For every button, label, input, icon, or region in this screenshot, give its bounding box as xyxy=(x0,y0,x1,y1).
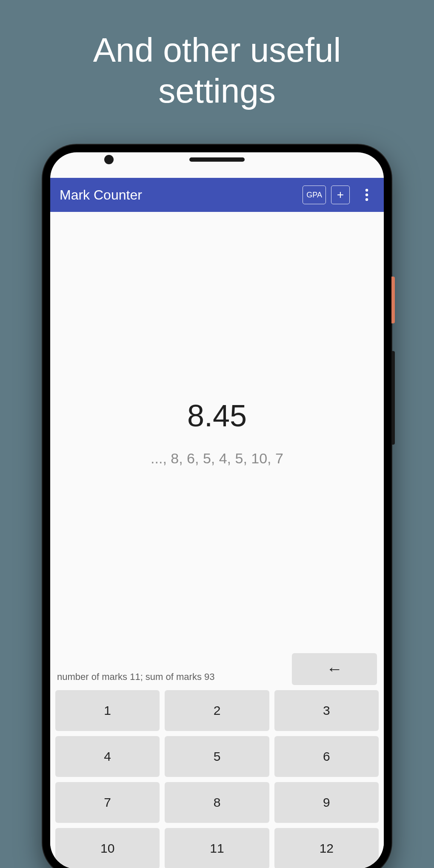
promo-line2: settings xyxy=(158,72,276,110)
key-8[interactable]: 8 xyxy=(165,782,269,823)
phone-frame: Mark Counter GPA + 8.45 xyxy=(43,145,391,868)
svg-point-2 xyxy=(365,198,368,201)
power-button-icon xyxy=(391,277,395,323)
backspace-icon: ← xyxy=(326,660,343,678)
average-value: 8.45 xyxy=(187,398,247,433)
plus-icon: + xyxy=(337,189,344,201)
display-area: 8.45 ..., 8, 6, 5, 4, 5, 10, 7 xyxy=(50,212,384,653)
key-7[interactable]: 7 xyxy=(55,782,160,823)
key-6[interactable]: 6 xyxy=(274,736,379,777)
backspace-button[interactable]: ← xyxy=(292,653,377,685)
key-9[interactable]: 9 xyxy=(274,782,379,823)
keypad: 1 2 3 4 5 6 7 8 9 10 11 12 xyxy=(50,690,384,868)
marks-sequence: ..., 8, 6, 5, 4, 5, 10, 7 xyxy=(151,450,283,467)
overflow-menu-button[interactable] xyxy=(357,186,376,204)
key-11[interactable]: 11 xyxy=(165,828,269,868)
key-label: 2 xyxy=(214,703,221,718)
more-vert-icon xyxy=(365,188,368,201)
add-button[interactable]: + xyxy=(331,186,350,204)
stats-text: number of marks 11; sum of marks 93 xyxy=(57,671,283,685)
volume-button-icon xyxy=(391,351,395,445)
main-content: 8.45 ..., 8, 6, 5, 4, 5, 10, 7 number of… xyxy=(50,212,384,868)
key-label: 9 xyxy=(323,795,330,810)
camera-icon xyxy=(104,155,114,164)
key-5[interactable]: 5 xyxy=(165,736,269,777)
svg-point-0 xyxy=(365,189,368,191)
key-1[interactable]: 1 xyxy=(55,690,160,731)
promo-line1: And other useful xyxy=(93,31,341,69)
key-12[interactable]: 12 xyxy=(274,828,379,868)
stats-row: number of marks 11; sum of marks 93 ← xyxy=(50,653,384,690)
key-label: 10 xyxy=(100,841,114,856)
key-label: 12 xyxy=(320,841,334,856)
key-4[interactable]: 4 xyxy=(55,736,160,777)
key-label: 5 xyxy=(214,749,221,764)
promo-heading: And other useful settings xyxy=(0,0,434,111)
key-label: 11 xyxy=(210,841,224,856)
key-label: 4 xyxy=(104,749,111,764)
key-3[interactable]: 3 xyxy=(274,690,379,731)
gpa-label: GPA xyxy=(306,191,322,200)
key-10[interactable]: 10 xyxy=(55,828,160,868)
key-label: 3 xyxy=(323,703,330,718)
gpa-button[interactable]: GPA xyxy=(303,186,326,204)
key-2[interactable]: 2 xyxy=(165,690,269,731)
app-bar: Mark Counter GPA + xyxy=(50,178,384,212)
key-label: 1 xyxy=(104,703,111,718)
svg-point-1 xyxy=(365,194,368,196)
app-title: Mark Counter xyxy=(60,187,297,203)
phone-mockup: Mark Counter GPA + 8.45 xyxy=(43,145,391,868)
key-label: 8 xyxy=(214,795,221,810)
app-screen: Mark Counter GPA + 8.45 xyxy=(50,152,384,868)
key-label: 6 xyxy=(323,749,330,764)
speaker-icon xyxy=(189,157,245,162)
key-label: 7 xyxy=(104,795,111,810)
